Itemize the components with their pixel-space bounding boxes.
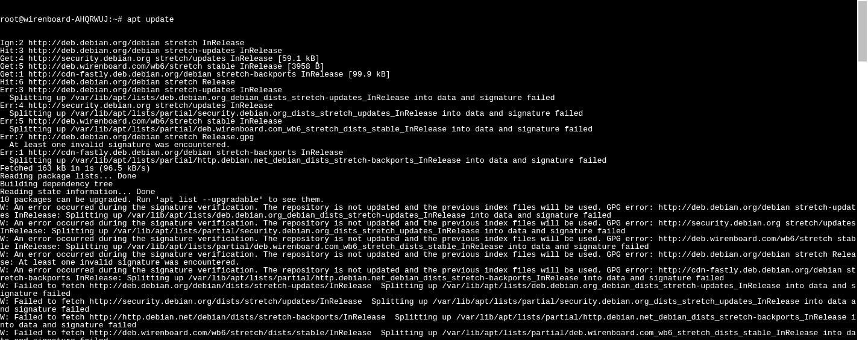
output-line: Reading package lists... Done bbox=[0, 172, 856, 180]
shell-prompt: root@wirenboard-AHQRWUJ:~# bbox=[0, 15, 127, 24]
output-lines: Ign:2 http://deb.debian.org/debian stret… bbox=[0, 39, 856, 340]
terminal-output[interactable]: root@wirenboard-AHQRWUJ:~# apt update Ig… bbox=[0, 0, 856, 340]
output-line: W: Failed to fetch http://http.debian.ne… bbox=[0, 313, 856, 329]
output-line: W: An error occurred during the signatur… bbox=[0, 235, 856, 251]
output-line: W: Failed to fetch http://security.debia… bbox=[0, 298, 856, 313]
output-line: W: An error occurred during the signatur… bbox=[0, 251, 856, 266]
vertical-scrollbar[interactable] bbox=[857, 0, 868, 340]
output-line: W: An error occurred during the signatur… bbox=[0, 204, 856, 219]
output-line: W: Failed to fetch http://deb.wirenboard… bbox=[0, 329, 856, 340]
output-line: W: Failed to fetch http://deb.debian.org… bbox=[0, 282, 856, 298]
scrollbar-thumb[interactable] bbox=[858, 1, 867, 61]
command-text: apt update bbox=[127, 15, 174, 24]
output-line: W: An error occurred during the signatur… bbox=[0, 219, 856, 235]
output-line: W: An error occurred during the signatur… bbox=[0, 266, 856, 282]
